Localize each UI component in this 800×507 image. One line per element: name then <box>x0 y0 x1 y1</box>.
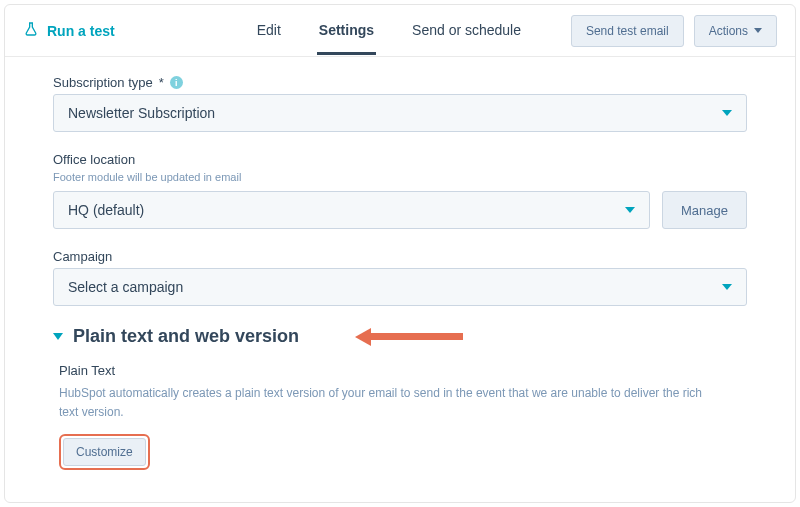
required-marker: * <box>159 75 164 90</box>
subscription-type-select[interactable]: Newsletter Subscription <box>53 94 747 132</box>
subscription-type-label: Subscription type * i <box>53 75 747 90</box>
run-test-label: Run a test <box>47 23 115 39</box>
top-actions: Send test email Actions <box>571 15 777 47</box>
office-location-field: Office location Footer module will be up… <box>53 152 747 229</box>
actions-dropdown-button[interactable]: Actions <box>694 15 777 47</box>
label-text: Office location <box>53 152 135 167</box>
annotation-arrow <box>355 328 463 346</box>
send-test-email-button[interactable]: Send test email <box>571 15 684 47</box>
arrow-head-icon <box>355 328 371 346</box>
subscription-type-field: Subscription type * i Newsletter Subscri… <box>53 75 747 132</box>
subscription-type-value: Newsletter Subscription <box>68 105 215 121</box>
plain-text-section-title: Plain text and web version <box>73 326 299 347</box>
annotation-highlight: Customize <box>59 434 150 470</box>
customize-button[interactable]: Customize <box>63 438 146 466</box>
settings-page: Run a test Edit Settings Send or schedul… <box>4 4 796 503</box>
caret-down-icon <box>722 110 732 116</box>
office-location-select[interactable]: HQ (default) <box>53 191 650 229</box>
arrow-shaft <box>371 333 463 340</box>
manage-button[interactable]: Manage <box>662 191 747 229</box>
campaign-select[interactable]: Select a campaign <box>53 268 747 306</box>
flask-icon <box>23 21 39 40</box>
caret-down-icon <box>722 284 732 290</box>
tabs: Edit Settings Send or schedule <box>255 6 523 55</box>
caret-down-icon <box>625 207 635 213</box>
customize-label: Customize <box>76 445 133 459</box>
office-location-value: HQ (default) <box>68 202 144 218</box>
office-row: HQ (default) Manage <box>53 191 747 229</box>
plain-text-section-toggle[interactable]: Plain text and web version <box>53 326 747 347</box>
plain-text-subtitle: Plain Text <box>59 363 747 378</box>
actions-label: Actions <box>709 24 748 38</box>
label-text: Subscription type <box>53 75 153 90</box>
content: Subscription type * i Newsletter Subscri… <box>5 57 795 490</box>
office-location-hint: Footer module will be updated in email <box>53 171 747 183</box>
topbar: Run a test Edit Settings Send or schedul… <box>5 5 795 57</box>
campaign-value: Select a campaign <box>68 279 183 295</box>
campaign-label: Campaign <box>53 249 747 264</box>
plain-text-description: HubSpot automatically creates a plain te… <box>59 384 719 422</box>
send-test-label: Send test email <box>586 24 669 38</box>
manage-label: Manage <box>681 203 728 218</box>
tab-send-schedule[interactable]: Send or schedule <box>410 6 523 55</box>
caret-down-icon <box>754 28 762 33</box>
info-icon[interactable]: i <box>170 76 183 89</box>
campaign-field: Campaign Select a campaign <box>53 249 747 306</box>
office-location-label: Office location <box>53 152 747 167</box>
label-text: Campaign <box>53 249 112 264</box>
tab-settings[interactable]: Settings <box>317 6 376 55</box>
run-a-test-link[interactable]: Run a test <box>23 21 115 40</box>
tab-edit[interactable]: Edit <box>255 6 283 55</box>
chevron-down-icon <box>53 333 63 340</box>
plain-text-subsection: Plain Text HubSpot automatically creates… <box>53 363 747 470</box>
